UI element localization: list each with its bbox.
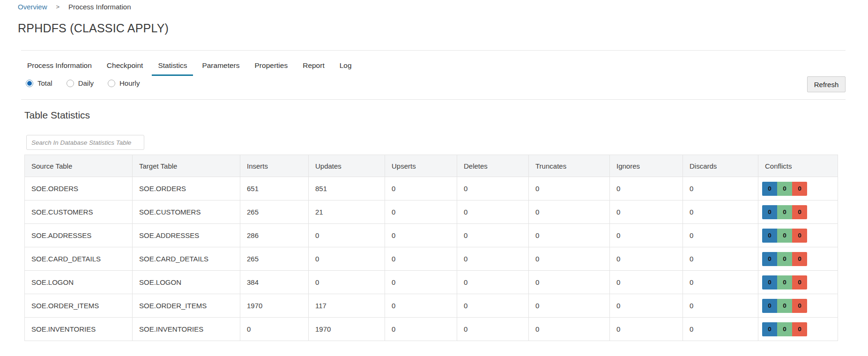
conflict-count-badge: 0	[762, 182, 777, 196]
cell-source-table: SOE.LOGON	[25, 271, 133, 294]
column-header-inserts: Inserts	[240, 155, 309, 177]
breadcrumb-current: Process Information	[68, 3, 131, 11]
cell-deletes: 0	[457, 294, 529, 318]
radio-daily-label: Daily	[78, 79, 94, 87]
conflicts-badge: 0 0 0	[762, 229, 807, 243]
radio-daily[interactable]: Daily	[67, 79, 94, 87]
cell-source-table: SOE.ORDER_ITEMS	[25, 294, 133, 318]
column-header-ignores: Ignores	[610, 155, 683, 177]
table-row: SOE.LOGON SOE.LOGON 384 0 0 0 0 0 0 0 0 …	[25, 271, 838, 294]
tab-process-information[interactable]: Process Information	[21, 61, 98, 76]
cell-truncates: 0	[529, 224, 610, 247]
radio-selected-icon	[26, 80, 33, 87]
breadcrumb-link-overview[interactable]: Overview	[18, 3, 47, 11]
cell-upserts: 0	[385, 318, 457, 341]
cell-updates: 0	[309, 224, 385, 247]
tab-bar: Process Information Checkpoint Statistic…	[21, 61, 358, 76]
cell-source-table: SOE.CARD_DETAILS	[25, 247, 133, 271]
cell-truncates: 0	[529, 177, 610, 200]
tab-report[interactable]: Report	[297, 61, 331, 76]
radio-unselected-icon	[67, 80, 74, 87]
radio-total[interactable]: Total	[26, 79, 52, 87]
conflict-count-badge: 0	[762, 322, 777, 336]
conflict-count-badge: 0	[792, 252, 807, 266]
column-header-truncates: Truncates	[529, 155, 610, 177]
cell-inserts: 286	[240, 224, 309, 247]
cell-target-table: SOE.ADDRESSES	[133, 224, 240, 247]
table-body: SOE.ORDERS SOE.ORDERS 651 851 0 0 0 0 0 …	[25, 177, 838, 341]
conflict-count-badge: 0	[792, 182, 807, 196]
conflict-count-badge: 0	[762, 275, 777, 289]
cell-ignores: 0	[610, 271, 683, 294]
conflicts-badge: 0 0 0	[762, 182, 807, 196]
cell-deletes: 0	[457, 318, 529, 341]
column-header-target-table: Target Table	[133, 155, 240, 177]
cell-source-table: SOE.ADDRESSES	[25, 224, 133, 247]
cell-updates: 1970	[309, 318, 385, 341]
table-header-row: Source Table Target Table Inserts Update…	[25, 155, 838, 177]
cell-ignores: 0	[610, 200, 683, 224]
cell-upserts: 0	[385, 294, 457, 318]
conflict-count-badge: 0	[777, 275, 792, 289]
cell-ignores: 0	[610, 318, 683, 341]
refresh-button[interactable]: Refresh	[807, 76, 846, 92]
cell-deletes: 0	[457, 200, 529, 224]
conflicts-badge: 0 0 0	[762, 252, 807, 266]
conflict-count-badge: 0	[762, 229, 777, 243]
cell-inserts: 265	[240, 247, 309, 271]
conflict-count-badge: 0	[777, 299, 792, 313]
cell-discards: 0	[683, 224, 758, 247]
cell-discards: 0	[683, 247, 758, 271]
table-row: SOE.INVENTORIES SOE.INVENTORIES 0 1970 0…	[25, 318, 838, 341]
cell-upserts: 0	[385, 247, 457, 271]
table-row: SOE.CUSTOMERS SOE.CUSTOMERS 265 21 0 0 0…	[25, 200, 838, 224]
cell-ignores: 0	[610, 224, 683, 247]
cell-discards: 0	[683, 200, 758, 224]
cell-ignores: 0	[610, 247, 683, 271]
breadcrumb-separator: >	[56, 3, 60, 10]
tab-properties[interactable]: Properties	[249, 61, 294, 76]
cell-discards: 0	[683, 294, 758, 318]
cell-source-table: SOE.CUSTOMERS	[25, 200, 133, 224]
tab-checkpoint[interactable]: Checkpoint	[101, 61, 149, 76]
column-header-source-table: Source Table	[25, 155, 133, 177]
cell-discards: 0	[683, 271, 758, 294]
cell-discards: 0	[683, 318, 758, 341]
table-row: SOE.ADDRESSES SOE.ADDRESSES 286 0 0 0 0 …	[25, 224, 838, 247]
page-title: RPHDFS (CLASSIC APPLY)	[18, 22, 169, 35]
tab-parameters[interactable]: Parameters	[196, 61, 245, 76]
tab-statistics[interactable]: Statistics	[152, 61, 193, 76]
cell-upserts: 0	[385, 177, 457, 200]
cell-conflicts: 0 0 0	[758, 294, 838, 318]
stats-interval-radio-group: Total Daily Hourly	[26, 79, 140, 87]
cell-inserts: 0	[240, 318, 309, 341]
cell-updates: 851	[309, 177, 385, 200]
conflict-count-badge: 0	[762, 299, 777, 313]
radio-total-label: Total	[37, 79, 52, 87]
cell-inserts: 651	[240, 177, 309, 200]
conflict-count-badge: 0	[777, 182, 792, 196]
column-header-deletes: Deletes	[457, 155, 529, 177]
conflict-count-badge: 0	[777, 322, 792, 336]
conflict-count-badge: 0	[777, 252, 792, 266]
table-row: SOE.CARD_DETAILS SOE.CARD_DETAILS 265 0 …	[25, 247, 838, 271]
conflicts-badge: 0 0 0	[762, 205, 807, 219]
tab-log[interactable]: Log	[334, 61, 358, 76]
radio-hourly[interactable]: Hourly	[108, 79, 140, 87]
cell-conflicts: 0 0 0	[758, 224, 838, 247]
conflict-count-badge: 0	[792, 299, 807, 313]
cell-target-table: SOE.INVENTORIES	[133, 318, 240, 341]
cell-deletes: 0	[457, 271, 529, 294]
cell-target-table: SOE.ORDERS	[133, 177, 240, 200]
cell-truncates: 0	[529, 247, 610, 271]
search-input[interactable]	[26, 135, 144, 150]
cell-truncates: 0	[529, 200, 610, 224]
cell-inserts: 265	[240, 200, 309, 224]
cell-source-table: SOE.INVENTORIES	[25, 318, 133, 341]
table-statistics: Source Table Target Table Inserts Update…	[24, 155, 838, 341]
header-divider	[21, 50, 846, 51]
conflict-count-badge: 0	[777, 229, 792, 243]
column-header-discards: Discards	[683, 155, 758, 177]
conflicts-badge: 0 0 0	[762, 275, 807, 289]
breadcrumb: Overview > Process Information	[18, 3, 131, 11]
